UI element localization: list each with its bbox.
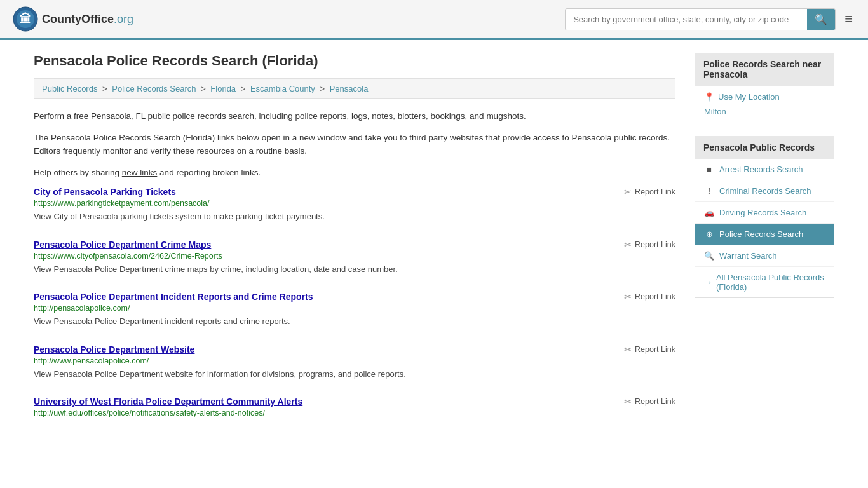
result-desc: View Pensacola Police Department website…	[34, 368, 675, 381]
scissors-icon: ✂	[624, 187, 632, 197]
result-url: http://www.pensacolapolice.com/	[34, 356, 675, 365]
result-desc: View Pensacola Police Department inciden…	[34, 315, 675, 328]
logo-text: CountyOffice.org	[42, 13, 133, 26]
result-desc: View Pensacola Police Department crime m…	[34, 263, 675, 276]
breadcrumb-police-records-search[interactable]: Police Records Search	[112, 84, 196, 93]
result-title-row: Pensacola Police Department Website ✂ Re…	[34, 344, 675, 355]
desc-paragraph-2: The Pensacola Police Records Search (Flo…	[34, 131, 675, 158]
result-title-row: City of Pensacola Parking Tickets ✂ Repo…	[34, 187, 675, 197]
driving-records-icon: 🚗	[704, 208, 714, 217]
report-link[interactable]: ✂ Report Link	[624, 344, 675, 355]
sidebar-item-driving-records[interactable]: 🚗 Driving Records Search	[695, 202, 834, 224]
result-item: University of West Florida Police Depart…	[34, 396, 675, 423]
scissors-icon: ✂	[624, 344, 632, 355]
breadcrumb-pensacola[interactable]: Pensacola	[330, 84, 369, 93]
header-right: 🔍 ≡	[565, 8, 855, 30]
scissors-icon: ✂	[624, 240, 632, 250]
scissors-icon: ✂	[624, 292, 632, 302]
search-input[interactable]	[566, 10, 807, 29]
sidebar-item-police-records[interactable]: ⊕ Police Records Search	[695, 224, 834, 245]
search-bar: 🔍	[565, 8, 836, 30]
desc-paragraph-3: Help others by sharing new links and rep…	[34, 166, 675, 180]
result-title-row: Pensacola Police Department Incident Rep…	[34, 292, 675, 302]
main-content: Pensacola Police Records Search (Florida…	[34, 53, 675, 437]
report-link[interactable]: ✂ Report Link	[624, 396, 675, 407]
nearby-section-header: Police Records Search near Pensacola	[695, 53, 834, 86]
report-link[interactable]: ✂ Report Link	[624, 292, 675, 302]
all-public-records-link[interactable]: → All Pensacola Public Records (Florida)	[695, 267, 834, 297]
logo-icon: 🏛	[13, 6, 38, 32]
result-item: Pensacola Police Department Crime Maps ✂…	[34, 240, 675, 278]
result-link[interactable]: Pensacola Police Department Incident Rep…	[34, 292, 313, 302]
warrant-search-icon: 🔍	[704, 251, 714, 261]
result-link[interactable]: University of West Florida Police Depart…	[34, 396, 302, 407]
result-title-row: Pensacola Police Department Crime Maps ✂…	[34, 240, 675, 250]
report-link[interactable]: ✂ Report Link	[624, 240, 675, 250]
report-link[interactable]: ✂ Report Link	[624, 187, 675, 197]
result-desc: View City of Pensacola parking tickets s…	[34, 210, 675, 223]
use-my-location-link[interactable]: 📍 Use My Location	[704, 92, 825, 102]
page-container: Pensacola Police Records Search (Florida…	[21, 40, 847, 449]
nearby-section-body: 📍 Use My Location Milton	[695, 86, 834, 123]
result-url: http://pensacolapolice.com/	[34, 304, 675, 313]
public-records-section: Pensacola Public Records ■ Arrest Record…	[695, 136, 834, 298]
location-icon: 📍	[704, 92, 714, 102]
breadcrumb-public-records[interactable]: Public Records	[42, 84, 97, 93]
result-url: https://www.parkingticketpayment.com/pen…	[34, 199, 675, 208]
result-url: http://uwf.edu/offices/police/notificati…	[34, 409, 675, 417]
nearby-section: Police Records Search near Pensacola 📍 U…	[695, 53, 834, 123]
new-links-link[interactable]: new links	[122, 168, 158, 177]
result-link[interactable]: Pensacola Police Department Website	[34, 344, 194, 355]
public-records-section-header: Pensacola Public Records	[695, 136, 834, 159]
result-url: https://www.cityofpensacola.com/2462/Cri…	[34, 252, 675, 261]
site-header: 🏛 CountyOffice.org 🔍 ≡	[0, 0, 868, 40]
sidebar-item-arrest-records[interactable]: ■ Arrest Records Search	[695, 159, 834, 180]
sidebar-item-warrant-search[interactable]: 🔍 Warrant Search	[695, 245, 834, 267]
breadcrumb-escambia-county[interactable]: Escambia County	[250, 84, 315, 93]
result-title-row: University of West Florida Police Depart…	[34, 396, 675, 407]
breadcrumb-florida[interactable]: Florida	[210, 84, 236, 93]
search-button[interactable]: 🔍	[807, 9, 835, 30]
desc-paragraph-1: Perform a free Pensacola, FL public poli…	[34, 109, 675, 123]
criminal-records-icon: !	[704, 186, 714, 196]
sidebar: Police Records Search near Pensacola 📍 U…	[695, 53, 834, 437]
arrest-records-icon: ■	[704, 165, 714, 174]
public-records-menu: ■ Arrest Records Search ! Criminal Recor…	[695, 159, 834, 298]
hamburger-menu-button[interactable]: ≡	[842, 8, 855, 30]
nearby-city-link[interactable]: Milton	[704, 107, 825, 116]
result-item: City of Pensacola Parking Tickets ✂ Repo…	[34, 187, 675, 226]
arrow-icon: →	[704, 278, 712, 287]
result-link[interactable]: City of Pensacola Parking Tickets	[34, 187, 176, 197]
result-link[interactable]: Pensacola Police Department Crime Maps	[34, 240, 211, 250]
sidebar-item-criminal-records[interactable]: ! Criminal Records Search	[695, 180, 834, 202]
scissors-icon: ✂	[624, 396, 632, 407]
breadcrumb: Public Records > Police Records Search >…	[34, 78, 675, 99]
police-records-icon: ⊕	[704, 229, 714, 239]
result-item: Pensacola Police Department Website ✂ Re…	[34, 344, 675, 383]
logo-area: 🏛 CountyOffice.org	[13, 6, 133, 32]
page-title: Pensacola Police Records Search (Florida…	[34, 53, 675, 69]
result-item: Pensacola Police Department Incident Rep…	[34, 292, 675, 330]
svg-text:🏛: 🏛	[20, 12, 31, 25]
